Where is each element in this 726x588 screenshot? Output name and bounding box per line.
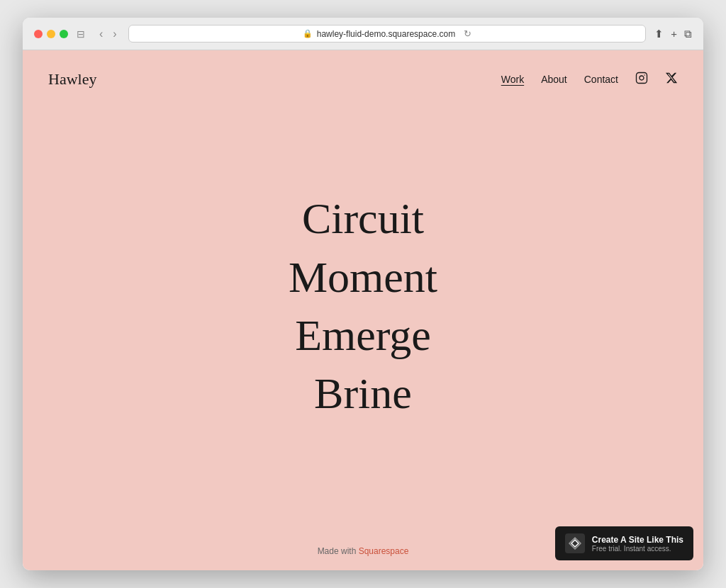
svg-rect-0	[637, 73, 647, 84]
squarespace-link[interactable]: Squarespace	[359, 546, 409, 556]
nav-contact[interactable]: Contact	[584, 74, 618, 85]
close-button[interactable]	[34, 30, 43, 38]
project-circuit[interactable]: Circuit	[302, 192, 424, 244]
project-emerge[interactable]: Emerge	[295, 309, 431, 361]
site-main: Circuit Moment Emerge Brine	[23, 108, 703, 532]
site-header: Hawley Work About Contact	[23, 50, 703, 108]
share-button[interactable]: ⬆	[654, 28, 664, 40]
maximize-button[interactable]	[60, 30, 68, 38]
minimize-button[interactable]	[47, 30, 55, 38]
cta-subtitle: Free trial. Instant access.	[592, 545, 683, 553]
project-moment[interactable]: Moment	[289, 251, 437, 303]
footer-text: Made with	[318, 546, 359, 556]
reload-icon: ↻	[464, 28, 471, 39]
project-list: Circuit Moment Emerge Brine	[289, 192, 437, 420]
traffic-lights	[34, 30, 68, 38]
window-icon: ⊟	[77, 28, 85, 40]
forward-button[interactable]: ›	[110, 27, 119, 41]
svg-point-1	[640, 76, 644, 80]
browser-chrome: ⊟ ‹ › 🔒 hawley-fluid-demo.squarespace.co…	[23, 18, 703, 50]
new-tab-button[interactable]: +	[671, 28, 677, 40]
lock-icon: 🔒	[303, 29, 313, 38]
tabs-button[interactable]: ⧉	[684, 28, 692, 40]
svg-point-2	[644, 74, 645, 76]
site-nav: Work About Contact	[501, 72, 678, 87]
nav-buttons: ‹ ›	[96, 27, 120, 41]
browser-window: ⊟ ‹ › 🔒 hawley-fluid-demo.squarespace.co…	[23, 18, 703, 570]
project-brine[interactable]: Brine	[314, 367, 412, 419]
svg-rect-3	[565, 533, 585, 553]
instagram-icon[interactable]	[635, 72, 648, 87]
url-text: hawley-fluid-demo.squarespace.com	[317, 29, 455, 39]
twitter-icon[interactable]	[665, 72, 678, 87]
cta-title: Create A Site Like This	[592, 535, 683, 545]
site-logo[interactable]: Hawley	[48, 70, 96, 89]
cta-banner[interactable]: Create A Site Like This Free trial. Inst…	[555, 526, 693, 560]
nav-about[interactable]: About	[541, 74, 567, 85]
browser-actions: ⬆ + ⧉	[654, 28, 692, 40]
squarespace-cta-icon	[565, 533, 585, 553]
website-content: Hawley Work About Contact	[23, 50, 703, 570]
back-button[interactable]: ‹	[96, 27, 106, 41]
cta-text-group: Create A Site Like This Free trial. Inst…	[592, 535, 683, 553]
nav-work[interactable]: Work	[501, 74, 524, 85]
address-bar[interactable]: 🔒 hawley-fluid-demo.squarespace.com ↻	[128, 25, 647, 43]
